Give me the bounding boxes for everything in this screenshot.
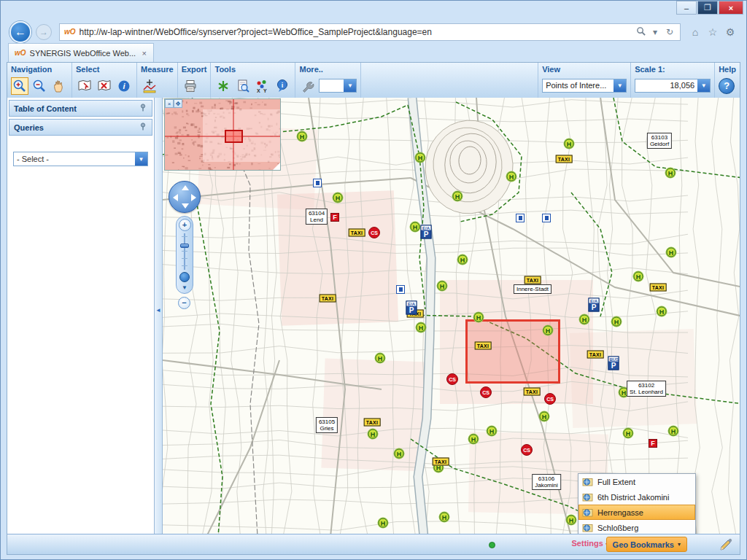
zoom-slider[interactable] [179, 233, 190, 270]
pan-down-icon[interactable] [182, 203, 189, 209]
more-tools-wrench-icon[interactable] [299, 77, 317, 95]
city-shuttle-marker[interactable]: CS [368, 227, 380, 238]
tab-close-icon[interactable]: × [140, 49, 149, 58]
chevron-down-icon[interactable]: ▼ [344, 79, 356, 92]
chevron-down-icon[interactable]: ▼ [135, 152, 147, 166]
view-dropdown[interactable]: Points of Intere... ▼ [542, 79, 627, 93]
hydrant-marker[interactable]: H [416, 153, 425, 163]
browser-tab[interactable]: wO SYNERGIS WebOffice Web... × [8, 43, 154, 62]
hydrant-marker[interactable]: H [368, 429, 378, 439]
hydrant-marker[interactable]: H [298, 132, 307, 141]
geo-bookmark-item[interactable]: Full Extent [578, 474, 695, 489]
taxi-marker[interactable]: TAXI [320, 295, 336, 303]
scale-input[interactable]: 18,056 ▼ [635, 79, 711, 93]
taxi-marker[interactable]: TAXI [433, 458, 449, 466]
parking-marker[interactable]: BUSP [608, 357, 619, 370]
measure-tool[interactable] [141, 77, 158, 95]
pan-left-icon[interactable] [173, 194, 178, 201]
taxi-marker[interactable]: TAXI [650, 284, 667, 292]
zoom-out-button[interactable]: − [178, 297, 190, 309]
hydrant-marker[interactable]: H [657, 307, 667, 316]
identify-tool[interactable]: i [115, 77, 133, 95]
hydrant-marker[interactable]: H [333, 193, 343, 203]
query-select-dropdown[interactable]: - Select - ▼ [13, 152, 148, 166]
hydrant-marker[interactable]: H [669, 427, 678, 436]
pan-pad[interactable] [169, 181, 201, 213]
geo-bookmark-item[interactable]: Schloßberg [578, 520, 695, 534]
autocomplete-caret-icon[interactable]: ▾ [648, 27, 662, 37]
clear-selection-tool[interactable] [96, 77, 113, 95]
hydrant-marker[interactable]: H [411, 222, 420, 232]
parking-marker[interactable]: E/AP [406, 301, 417, 315]
pan-right-icon[interactable] [191, 194, 196, 201]
close-button[interactable]: × [719, 1, 743, 15]
hydrant-marker[interactable]: H [624, 429, 633, 438]
city-shuttle-marker[interactable]: CS [446, 373, 458, 385]
taxi-marker[interactable]: TAXI [364, 419, 381, 427]
xy-coordinates-tool[interactable]: XY [254, 77, 271, 95]
hydrant-marker[interactable]: H [474, 313, 484, 322]
hydrant-marker[interactable]: H [453, 192, 462, 201]
toc-panel-header[interactable]: Table of Content [9, 100, 152, 117]
fire-station-marker[interactable]: F [649, 439, 657, 448]
hydrant-marker[interactable]: H [634, 272, 643, 281]
favorites-icon[interactable]: ☆ [704, 26, 721, 38]
zoom-slider-handle[interactable] [180, 244, 189, 248]
select-features-tool[interactable] [76, 77, 93, 95]
edit-pencil-icon[interactable] [719, 538, 732, 551]
fire-station-marker[interactable]: F [330, 213, 339, 222]
zoom-in-button[interactable]: + [179, 219, 191, 231]
overview-map[interactable]: × ✥ [164, 98, 281, 171]
taxi-marker[interactable]: TAXI [524, 388, 541, 396]
taxi-marker[interactable]: TAXI [587, 351, 604, 359]
geo-bookmark-item[interactable]: 6th District Jakomini [578, 489, 695, 505]
hydrant-marker[interactable]: H [438, 281, 447, 291]
overview-resize-handle[interactable] [273, 163, 280, 170]
zoom-out-tool[interactable] [31, 77, 48, 95]
hydrant-marker[interactable]: H [540, 412, 549, 421]
pan-tool[interactable] [50, 77, 68, 95]
maximize-button[interactable]: ❐ [697, 1, 718, 15]
hydrant-marker[interactable]: H [543, 326, 553, 335]
queries-panel-header[interactable]: Queries [9, 119, 152, 136]
map-viewport[interactable]: HHHHHHHHHHHHHHHHHHHHHHHHHHHHHHHHTAXITAXI… [162, 98, 740, 534]
sight-marker[interactable] [516, 214, 525, 222]
home-icon[interactable]: ⌂ [686, 26, 704, 38]
hydrant-marker[interactable]: H [580, 315, 589, 324]
taxi-marker[interactable]: TAXI [349, 229, 365, 237]
geo-bookmarks-button[interactable]: Geo Bookmarks ▾ [606, 537, 687, 552]
parking-marker[interactable]: E/AP [421, 225, 432, 239]
pin-icon[interactable] [139, 104, 147, 113]
hydrant-marker[interactable]: H [458, 255, 468, 265]
taxi-marker[interactable]: TAXI [475, 342, 492, 350]
hydrant-marker[interactable]: H [395, 449, 404, 459]
redlining-tool[interactable] [214, 77, 232, 95]
hydrant-marker[interactable]: H [487, 427, 497, 436]
settings-gear-icon[interactable]: ⚙ [721, 26, 739, 38]
more-tools-dropdown[interactable]: ▼ [319, 79, 357, 93]
print-tool[interactable] [182, 77, 199, 95]
search-icon[interactable] [633, 26, 648, 38]
url-text[interactable]: http://w-lap-wintner/WebOffice/synserver… [80, 27, 633, 37]
chevron-down-icon[interactable]: ▼ [697, 79, 710, 92]
overview-move-icon[interactable]: ✥ [174, 99, 182, 108]
minimize-button[interactable]: – [676, 1, 697, 15]
zoom-in-tool[interactable] [11, 77, 28, 95]
sight-marker[interactable] [313, 179, 322, 187]
hydrant-marker[interactable]: H [667, 248, 676, 257]
sidebar-splitter[interactable]: ◄ [155, 98, 162, 534]
sight-marker[interactable] [542, 214, 551, 222]
parking-marker[interactable]: E/AP [589, 298, 600, 312]
chevron-down-icon[interactable]: ▼ [182, 284, 187, 291]
chevron-down-icon[interactable]: ▼ [614, 79, 626, 92]
sight-marker[interactable] [396, 285, 405, 294]
maptip-tool[interactable]: i [274, 77, 291, 95]
city-shuttle-marker[interactable]: CS [521, 444, 533, 456]
full-extent-button[interactable] [179, 272, 190, 282]
taxi-marker[interactable]: TAXI [556, 155, 573, 163]
hydrant-marker[interactable]: H [666, 168, 676, 178]
city-shuttle-marker[interactable]: CS [544, 393, 556, 405]
hydrant-marker[interactable]: H [469, 435, 479, 444]
back-button[interactable]: ← [9, 21, 31, 43]
hydrant-marker[interactable]: H [612, 317, 622, 327]
